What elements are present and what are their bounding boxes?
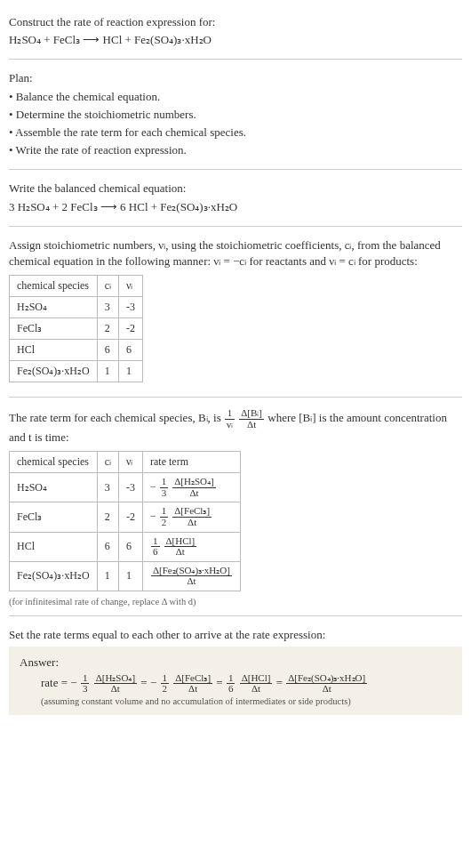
col-species: chemical species [10, 452, 98, 473]
frac-den: Δt [164, 547, 197, 558]
frac-delta: Δ[HCl]Δt [240, 673, 273, 695]
assign-section: Assign stoichiometric numbers, νᵢ, using… [9, 230, 462, 393]
frac-coef: 16 [151, 536, 160, 558]
col-v: νᵢ [119, 452, 143, 473]
cell-v: -2 [119, 318, 143, 340]
set-section: Set the rate terms equal to each other t… [9, 620, 462, 720]
rateterm-pre: The rate term for each chemical species,… [9, 411, 224, 424]
cell-c: 1 [97, 361, 118, 382]
plan-item: • Balance the chemical equation. [9, 89, 462, 105]
frac-den: Δt [151, 576, 232, 587]
answer-label: Answer: [20, 655, 451, 670]
frac-den: 6 [151, 547, 160, 558]
table-row: HCl 6 6 [10, 340, 143, 361]
balanced-section: Write the balanced chemical equation: 3 … [9, 173, 462, 221]
stoich-table: chemical species cᵢ νᵢ H₂SO₄ 3 -3 FeCl₃ … [9, 275, 143, 382]
frac-den: Δt [173, 684, 212, 695]
frac-den: 3 [81, 684, 90, 695]
divider [9, 59, 462, 60]
sign: − [150, 480, 156, 493]
table-row: H₂SO₄ 3 -3 − 13 Δ[H₂SO₄]Δt [10, 473, 241, 502]
plan-item: • Determine the stoichiometric numbers. [9, 107, 462, 123]
table-header-row: chemical species cᵢ νᵢ [10, 276, 143, 297]
cell-c: 3 [97, 297, 118, 318]
frac-coef: 16 [227, 673, 236, 695]
frac-den: Δt [286, 684, 367, 695]
frac-den: νᵢ [225, 420, 235, 430]
frac-den: 3 [160, 488, 169, 499]
header-section: Construct the rate of reaction expressio… [9, 7, 462, 55]
frac-nu-inv: 1 νᵢ [225, 408, 235, 430]
balanced-equation: 3 H₂SO₄ + 2 FeCl₃ ⟶ 6 HCl + Fe₂(SO₄)₃·xH… [9, 199, 462, 215]
cell-v: -3 [119, 473, 143, 502]
cell-v: 1 [119, 361, 143, 382]
eq: = [216, 676, 226, 689]
frac-den: 6 [227, 684, 236, 695]
cell-rate: − 12 Δ[FeCl₃]Δt [143, 502, 241, 532]
answer-box: Answer: rate = − 13 Δ[H₂SO₄]Δt = − 12 Δ[… [9, 647, 462, 715]
cell-c: 6 [97, 532, 118, 561]
divider [9, 169, 462, 170]
plan-item: • Assemble the rate term for each chemic… [9, 125, 462, 141]
eq: = [140, 676, 150, 689]
cell-v: -2 [119, 502, 143, 532]
frac-den: Δt [172, 518, 212, 528]
answer-expression: rate = − 13 Δ[H₂SO₄]Δt = − 12 Δ[FeCl₃]Δt… [20, 673, 451, 695]
frac-den: 2 [161, 684, 170, 695]
construct-text: Construct the rate of reaction expressio… [9, 14, 462, 30]
table-row: Fe₂(SO₄)₃·xH₂O 1 1 [10, 361, 143, 382]
cell-species: H₂SO₄ [10, 297, 98, 318]
divider [9, 615, 462, 616]
frac-delta: Δ[H₂SO₄]Δt [94, 673, 137, 695]
frac-den: Δt [94, 684, 137, 695]
plan-item: • Write the rate of reaction expression. [9, 142, 462, 158]
cell-species: HCl [10, 340, 98, 361]
cell-species: HCl [10, 532, 98, 561]
rateterm-text: The rate term for each chemical species,… [9, 408, 462, 446]
frac-num: 1 [160, 477, 169, 488]
frac-db: Δ[Bᵢ] Δt [239, 408, 264, 430]
col-species: chemical species [10, 276, 98, 297]
cell-c: 6 [97, 340, 118, 361]
divider [9, 226, 462, 227]
cell-species: FeCl₃ [10, 318, 98, 340]
table-row: HCl 6 6 16 Δ[HCl]Δt [10, 532, 241, 561]
rateterm-section: The rate term for each chemical species,… [9, 401, 462, 612]
cell-v: 1 [119, 561, 143, 591]
frac-den: 2 [160, 518, 169, 528]
col-v: νᵢ [119, 276, 143, 297]
frac-coef: 13 [160, 477, 169, 498]
cell-c: 3 [97, 473, 118, 502]
cell-species: FeCl₃ [10, 502, 98, 532]
cell-rate: − 13 Δ[H₂SO₄]Δt [143, 473, 241, 502]
frac-delta: Δ[FeCl₃]Δt [173, 673, 212, 695]
frac-delta: Δ[Fe₂(SO₄)₃·xH₂O]Δt [286, 673, 367, 695]
frac-delta: Δ[H₂SO₄]Δt [172, 477, 215, 498]
sign: − [150, 510, 156, 522]
cell-v: -3 [119, 297, 143, 318]
rate-label: rate = [41, 676, 70, 689]
cell-c: 2 [97, 318, 118, 340]
cell-c: 2 [97, 502, 118, 532]
col-rate: rate term [143, 452, 241, 473]
table-row: FeCl₃ 2 -2 [10, 318, 143, 340]
sign: − [70, 676, 76, 689]
set-text: Set the rate terms equal to each other t… [9, 627, 462, 643]
frac-num: Δ[Bᵢ] [239, 408, 264, 420]
cell-c: 1 [97, 561, 118, 591]
plan-title: Plan: [9, 70, 462, 86]
cell-v: 6 [119, 532, 143, 561]
frac-coef: 13 [81, 673, 90, 695]
plan-section: Plan: • Balance the chemical equation. •… [9, 63, 462, 165]
col-c: cᵢ [97, 452, 118, 473]
cell-species: H₂SO₄ [10, 473, 98, 502]
cell-v: 6 [119, 340, 143, 361]
rateterm-table: chemical species cᵢ νᵢ rate term H₂SO₄ 3… [9, 451, 241, 591]
sign: − [150, 676, 156, 689]
divider [9, 397, 462, 398]
assign-text: Assign stoichiometric numbers, νᵢ, using… [9, 237, 462, 269]
cell-species: Fe₂(SO₄)₃·xH₂O [10, 361, 98, 382]
frac-num: 1 [225, 408, 235, 420]
frac-den: Δt [239, 420, 264, 430]
frac-coef: 12 [160, 506, 169, 527]
